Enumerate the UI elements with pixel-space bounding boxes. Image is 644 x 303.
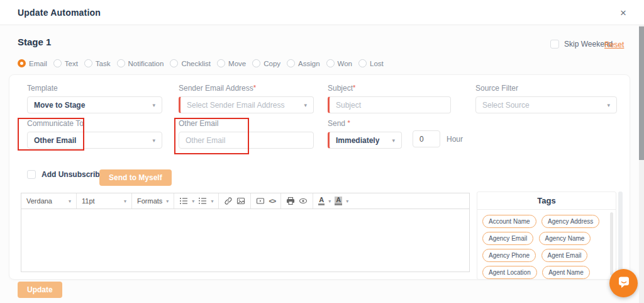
- action-type-radio-group: Email Text Task Notification Checklist M…: [18, 59, 384, 67]
- other-email-label: Other Email: [179, 119, 314, 128]
- required-asterisk: *: [347, 119, 350, 127]
- print-icon[interactable]: [286, 197, 295, 205]
- chevron-down-icon[interactable]: ▾: [192, 198, 194, 204]
- radio-icon: [53, 59, 62, 67]
- other-email-input[interactable]: [179, 132, 314, 149]
- radio-icon: [326, 59, 335, 67]
- chevron-down-icon: ▾: [124, 198, 126, 204]
- radio-assign[interactable]: Assign: [287, 59, 320, 67]
- source-filter-label: Source Filter: [475, 84, 617, 93]
- tag-pill[interactable]: Agency Name: [539, 232, 591, 245]
- tag-pill[interactable]: Account Name: [482, 215, 536, 228]
- radio-icon: [217, 59, 225, 67]
- radio-icon: [252, 59, 260, 67]
- page-scrollbar-thumb[interactable]: [639, 26, 644, 160]
- radio-notification[interactable]: Notification: [117, 59, 164, 67]
- subject-label: Subject: [328, 84, 353, 93]
- chevron-down-icon: ▾: [607, 102, 610, 108]
- skip-weekend-checkbox[interactable]: Skip Weekend: [550, 40, 613, 49]
- tags-panel-title: Tags: [477, 192, 616, 210]
- radio-email[interactable]: Email: [18, 59, 47, 67]
- bullet-list-icon[interactable]: [179, 197, 188, 205]
- template-select[interactable]: Move to Stage ▾: [27, 96, 162, 113]
- hour-unit-label: Hour: [447, 135, 463, 144]
- radio-copy[interactable]: Copy: [252, 59, 280, 67]
- chat-bubble-icon: [616, 275, 631, 292]
- modal-title: Update Automation: [18, 8, 101, 18]
- update-automation-modal: Update Automation × Stage 1 Skip Weekend…: [0, 0, 644, 303]
- communicate-to-label: Communicate To: [27, 119, 162, 128]
- chevron-down-icon[interactable]: ▾: [346, 198, 348, 204]
- checkbox-icon: [27, 170, 36, 179]
- tag-pill[interactable]: Agency Email: [482, 232, 533, 245]
- close-icon[interactable]: ×: [616, 6, 630, 20]
- template-label: Template: [27, 84, 162, 93]
- radio-icon: [287, 59, 295, 67]
- radio-text[interactable]: Text: [53, 59, 78, 67]
- chevron-down-icon: ▾: [304, 102, 307, 108]
- tag-pill[interactable]: Agent Location: [482, 266, 537, 279]
- stage-title: Stage 1: [18, 37, 51, 47]
- tag-pill[interactable]: Agent Email: [541, 249, 588, 262]
- tags-panel: Tags Account Name Agency Address Agency …: [477, 192, 616, 280]
- send-to-myself-button[interactable]: Send to Myself: [99, 169, 172, 186]
- chevron-down-icon[interactable]: ▾: [211, 198, 213, 204]
- chevron-down-icon: ▾: [152, 102, 155, 108]
- radio-selected-icon: [18, 59, 26, 67]
- update-button[interactable]: Update: [18, 282, 62, 298]
- required-asterisk: *: [253, 84, 256, 91]
- communicate-to-select[interactable]: Other Email ▾: [27, 132, 162, 149]
- media-icon[interactable]: [256, 197, 265, 205]
- source-filter-select[interactable]: Select Source ▾: [475, 96, 617, 113]
- chevron-down-icon[interactable]: ▾: [328, 198, 331, 204]
- hour-input[interactable]: [413, 130, 440, 147]
- send-label: Send: [328, 119, 345, 128]
- radio-icon: [117, 59, 125, 67]
- sender-email-label: Sender Email Address: [179, 84, 253, 93]
- radio-move[interactable]: Move: [217, 59, 246, 67]
- tags-list: Account Name Agency Address Agency Email…: [477, 210, 616, 279]
- radio-icon: [84, 59, 92, 67]
- radio-icon: [358, 59, 367, 67]
- tag-pill[interactable]: Agency Phone: [482, 249, 536, 262]
- required-asterisk: *: [353, 84, 355, 91]
- tag-pill[interactable]: Agent Name: [542, 266, 590, 279]
- editor-toolbar: Verdana ▾ 11pt ▾ Formats ▾ ▾ ▾: [21, 193, 470, 209]
- preview-eye-icon[interactable]: [299, 197, 308, 205]
- background-color-icon[interactable]: A: [335, 197, 342, 205]
- image-icon[interactable]: [236, 197, 245, 205]
- checkbox-icon: [550, 40, 559, 49]
- chevron-down-icon: ▾: [152, 137, 155, 144]
- send-select[interactable]: Immediately ▾: [328, 132, 402, 149]
- text-color-icon[interactable]: A: [318, 197, 325, 205]
- numbered-list-icon[interactable]: [198, 197, 207, 205]
- editor-content-area[interactable]: [21, 209, 470, 272]
- radio-task[interactable]: Task: [84, 59, 111, 67]
- chevron-down-icon: ▾: [392, 137, 395, 144]
- radio-won[interactable]: Won: [326, 59, 352, 67]
- font-size-dropdown[interactable]: 11pt ▾: [77, 193, 132, 209]
- sender-email-select[interactable]: Select Sender Email Address ▾: [179, 96, 314, 113]
- reset-link[interactable]: Reset: [604, 40, 624, 49]
- modal-header: Update Automation ×: [0, 0, 644, 25]
- link-icon[interactable]: [224, 197, 233, 205]
- subject-input[interactable]: [328, 96, 451, 113]
- chat-widget-button[interactable]: [609, 269, 638, 297]
- radio-lost[interactable]: Lost: [358, 59, 384, 67]
- radio-checklist[interactable]: Checklist: [170, 59, 211, 67]
- font-family-dropdown[interactable]: Verdana ▾: [21, 193, 77, 209]
- card-scrollbar[interactable]: [618, 192, 623, 280]
- tag-pill[interactable]: Agency Address: [541, 215, 599, 228]
- chevron-down-icon: ▾: [166, 198, 169, 204]
- formats-dropdown[interactable]: Formats ▾: [132, 193, 174, 209]
- tags-scrollbar[interactable]: [610, 212, 613, 275]
- radio-icon: [170, 59, 178, 67]
- chevron-down-icon: ▾: [69, 198, 71, 204]
- source-code-icon[interactable]: <>: [269, 197, 275, 205]
- email-body-editor: Verdana ▾ 11pt ▾ Formats ▾ ▾ ▾: [21, 193, 470, 272]
- automation-form-card: Template Move to Stage ▾ Sender Email Ad…: [9, 74, 630, 280]
